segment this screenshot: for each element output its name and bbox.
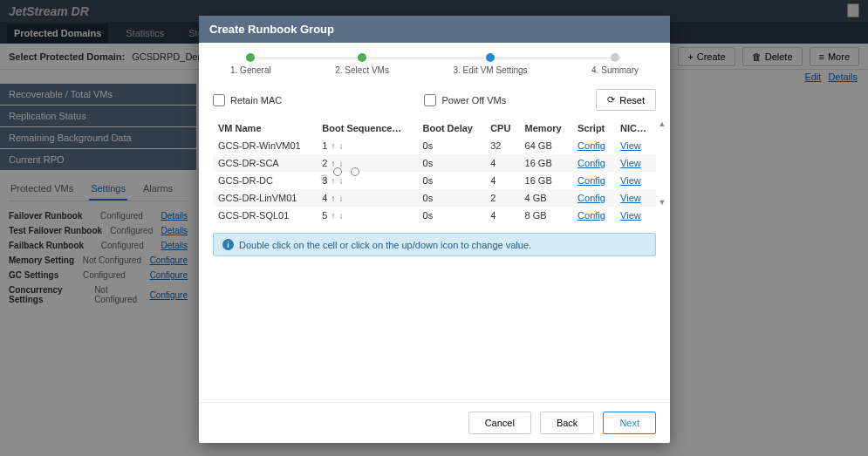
scroll-up-icon[interactable]: ▲ bbox=[658, 119, 666, 128]
table-row[interactable]: GCS-DR-DC3 ↑☟ ↓0s416 GBConfigView bbox=[213, 172, 656, 189]
cell-nic[interactable]: View bbox=[615, 137, 656, 154]
table-row[interactable]: GCS-DR-SQL015 ↑ ↓0s48 GBConfigView bbox=[213, 207, 656, 224]
cell-script[interactable]: Config bbox=[572, 137, 615, 154]
cell-boot-seq[interactable]: 4 ↑ ↓ bbox=[317, 189, 417, 207]
info-banner: i Double click on the cell or click on t… bbox=[213, 233, 656, 256]
cell-boot-delay[interactable]: 0s bbox=[418, 189, 486, 207]
cell-memory[interactable]: 64 GB bbox=[520, 137, 573, 154]
retain-mac-checkbox[interactable]: Retain MAC bbox=[213, 94, 282, 106]
cell-memory[interactable]: 4 GB bbox=[520, 189, 573, 207]
col-script[interactable]: Script bbox=[572, 119, 615, 137]
arrow-up-icon[interactable]: ↑ bbox=[331, 194, 335, 203]
col-nic[interactable]: NIC… bbox=[615, 119, 656, 137]
arrow-up-icon[interactable]: ↑ bbox=[331, 211, 335, 221]
arrow-down-icon[interactable]: ↓ bbox=[338, 141, 343, 151]
col-memory[interactable]: Memory bbox=[520, 119, 573, 137]
cell-vm-name: GCS-DR-SCA bbox=[213, 154, 317, 172]
cell-cpu[interactable]: 4 bbox=[485, 172, 519, 189]
step-edit-vm-settings[interactable]: 3. Edit VM Settings bbox=[454, 53, 528, 75]
cell-cpu[interactable]: 4 bbox=[485, 207, 519, 224]
step-general[interactable]: 1. General bbox=[230, 53, 271, 75]
col-cpu[interactable]: CPU bbox=[485, 119, 519, 137]
cell-nic[interactable]: View bbox=[615, 154, 656, 172]
cell-boot-delay[interactable]: 0s bbox=[418, 137, 486, 154]
arrow-down-icon[interactable]: ↓ bbox=[338, 159, 343, 168]
cell-vm-name: GCS-DR-DC bbox=[213, 172, 317, 189]
refresh-icon: ⟳ bbox=[607, 94, 615, 105]
arrow-down-icon[interactable]: ↓ bbox=[338, 176, 343, 186]
wizard-stepper: 1. General 2. Select VMs 3. Edit VM Sett… bbox=[230, 53, 639, 75]
table-row[interactable]: GCS-DR-SCA2 ↑ ↓0s416 GBConfigView bbox=[213, 154, 656, 172]
cursor-indicator bbox=[333, 167, 359, 176]
table-row[interactable]: GCS-DR-LinVM014 ↑ ↓0s24 GBConfigView bbox=[213, 189, 656, 207]
cell-script[interactable]: Config bbox=[572, 207, 615, 224]
cell-memory[interactable]: 16 GB bbox=[520, 154, 573, 172]
arrow-down-icon[interactable]: ↓ bbox=[338, 194, 343, 203]
cell-cpu[interactable]: 4 bbox=[485, 154, 519, 172]
scroll-down-icon[interactable]: ▼ bbox=[658, 198, 666, 207]
cell-nic[interactable]: View bbox=[615, 189, 656, 207]
col-boot-seq[interactable]: Boot Sequence… bbox=[317, 119, 417, 137]
cell-boot-delay[interactable]: 0s bbox=[418, 154, 486, 172]
arrow-up-icon[interactable]: ↑ bbox=[331, 176, 335, 186]
step-select-vms[interactable]: 2. Select VMs bbox=[335, 53, 389, 75]
cell-nic[interactable]: View bbox=[615, 172, 656, 189]
cell-script[interactable]: Config bbox=[572, 172, 615, 189]
cell-memory[interactable]: 8 GB bbox=[520, 207, 573, 224]
power-off-checkbox[interactable]: Power Off VMs bbox=[424, 94, 506, 106]
arrow-up-icon[interactable]: ↑ bbox=[331, 141, 335, 151]
col-vm-name[interactable]: VM Name bbox=[213, 119, 317, 137]
cell-script[interactable]: Config bbox=[572, 189, 615, 207]
cell-vm-name: GCS-DR-LinVM01 bbox=[213, 189, 317, 207]
step-summary[interactable]: 4. Summary bbox=[591, 53, 639, 75]
arrow-up-icon[interactable]: ↑ bbox=[331, 159, 335, 168]
table-row[interactable]: GCS-DR-WinVM011 ↑ ↓0s3264 GBConfigView bbox=[213, 137, 656, 154]
cell-boot-delay[interactable]: 0s bbox=[418, 207, 486, 224]
col-boot-delay[interactable]: Boot Delay bbox=[418, 119, 486, 137]
cell-cpu[interactable]: 32 bbox=[485, 137, 519, 154]
cell-memory[interactable]: 16 GB bbox=[520, 172, 573, 189]
vm-table: VM Name Boot Sequence… Boot Delay CPU Me… bbox=[213, 119, 656, 224]
dialog-title: Create Runbook Group bbox=[199, 16, 670, 43]
back-button[interactable]: Back bbox=[540, 412, 594, 434]
cancel-button[interactable]: Cancel bbox=[468, 412, 531, 434]
next-button[interactable]: Next bbox=[603, 412, 656, 434]
cell-script[interactable]: Config bbox=[572, 154, 615, 172]
cell-boot-delay[interactable]: 0s bbox=[418, 172, 486, 189]
cell-vm-name: GCS-DR-SQL01 bbox=[213, 207, 317, 224]
cell-vm-name: GCS-DR-WinVM01 bbox=[213, 137, 317, 154]
cell-boot-seq[interactable]: 3 ↑☟ ↓ bbox=[317, 172, 417, 189]
cell-boot-seq[interactable]: 2 ↑ ↓ bbox=[317, 154, 417, 172]
cell-nic[interactable]: View bbox=[615, 207, 656, 224]
info-icon: i bbox=[222, 239, 234, 250]
cell-boot-seq[interactable]: 5 ↑ ↓ bbox=[317, 207, 417, 224]
arrow-down-icon[interactable]: ↓ bbox=[338, 211, 343, 221]
reset-button[interactable]: ⟳Reset bbox=[596, 89, 656, 111]
cell-cpu[interactable]: 2 bbox=[485, 189, 519, 207]
create-runbook-dialog: Create Runbook Group 1. General 2. Selec… bbox=[199, 16, 670, 443]
cell-boot-seq[interactable]: 1 ↑ ↓ bbox=[317, 137, 417, 154]
